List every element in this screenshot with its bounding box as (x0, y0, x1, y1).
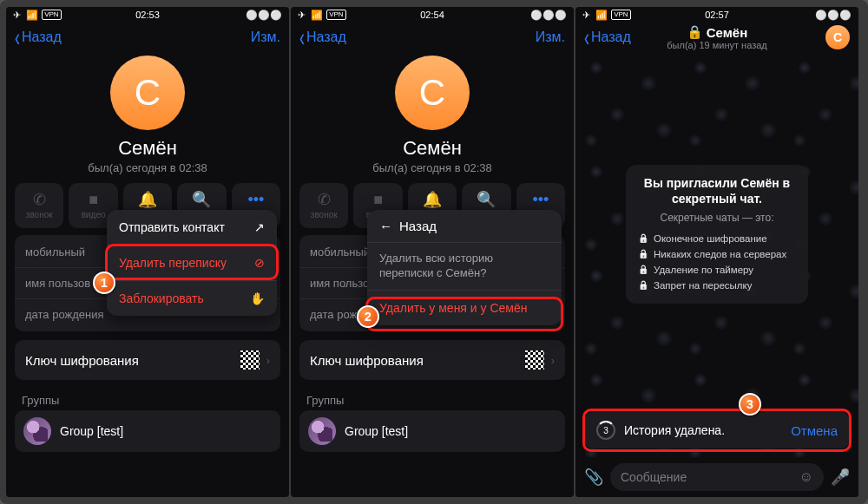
more-icon: ••• (247, 192, 264, 207)
secret-chat-card: Вы пригласили Семён в секретный чат. Сек… (626, 165, 808, 304)
delete-confirm-menu: ←Назад Удалить всю историю переписки с С… (367, 210, 562, 325)
block-item[interactable]: Заблокировать✋ (107, 281, 277, 316)
bell-icon: 🔔 (423, 192, 442, 207)
hand-icon: ✋ (250, 291, 265, 305)
confirm-question: Удалить всю историю переписки с Семён? (367, 243, 562, 291)
chevron-left-icon: ‹ (15, 25, 20, 50)
groups-title: Группы (6, 389, 289, 410)
message-input[interactable]: Сообщение ☺ (610, 463, 824, 491)
vpn-badge: VPN (611, 10, 630, 20)
encryption-key-label: Ключ шифрования (25, 353, 139, 368)
encryption-card[interactable]: Ключ шифрования› (299, 340, 565, 380)
qr-icon (240, 350, 260, 370)
toast-message: История удалена. (624, 423, 791, 437)
chevron-right-icon: › (266, 354, 270, 367)
delete-icon: ⊘ (254, 256, 265, 270)
feature-e2e: Оконечное шифрование (638, 231, 796, 246)
group-avatar (308, 417, 336, 445)
vpn-badge: VPN (42, 10, 61, 20)
screen-2: ✈ 📶 VPN 02:54 ⚪⚪⚪ ‹Назад Изм. C Семён бы… (291, 7, 574, 497)
more-icon: ••• (532, 192, 549, 207)
video-icon: ■ (89, 192, 98, 207)
feature-no-forward: Запрет на пересылку (638, 278, 796, 293)
popup-back[interactable]: ←Назад (367, 210, 562, 243)
avatar-small[interactable]: C (825, 25, 850, 49)
feature-no-trace: Никаких следов на серверах (638, 246, 796, 262)
undo-toast: 3 История удалена. Отмена (584, 412, 850, 448)
clock: 02:54 (420, 10, 444, 20)
last-seen: был(а) сегодня в 02:38 (6, 161, 289, 174)
profile-name: Семён (291, 137, 574, 160)
avatar[interactable]: C (110, 56, 185, 130)
avatar[interactable]: C (395, 56, 470, 130)
chat-last-seen: был(а) 19 минут назад (667, 40, 766, 50)
mic-icon[interactable]: 🎤 (831, 468, 850, 487)
input-bar: 📎 Сообщение ☺ 🎤 (575, 457, 858, 497)
step-badge-1: 1 (93, 272, 115, 294)
chevron-left-icon: ‹ (299, 25, 305, 50)
search-icon: 🔍 (192, 192, 211, 207)
video-icon: ■ (373, 192, 383, 207)
group-name: Group [test] (60, 424, 123, 438)
phone-icon: ✆ (318, 192, 331, 207)
secret-heading: Вы пригласили Семён в секретный чат. (638, 175, 796, 206)
call-button[interactable]: ✆звонок (15, 183, 63, 228)
chat-area[interactable]: Вы пригласили Семён в секретный чат. Сек… (575, 52, 858, 457)
sticker-icon[interactable]: ☺ (799, 469, 813, 485)
last-seen: был(а) сегодня в 02:38 (291, 161, 574, 174)
step-badge-3: 3 (739, 393, 761, 416)
chat-title[interactable]: Семён (707, 25, 747, 40)
group-item[interactable]: Group [test] (15, 410, 280, 452)
undo-button[interactable]: Отмена (791, 423, 838, 438)
nav-bar: ‹Назад Изм. (291, 23, 574, 52)
chevron-right-icon: › (551, 354, 555, 367)
group-item[interactable]: Group [test] (299, 410, 565, 452)
back-button[interactable]: ‹Назад (15, 29, 62, 45)
feature-timer: Удаление по таймеру (638, 262, 796, 278)
step-badge-2: 2 (357, 305, 379, 328)
screen-1: ✈ 📶 VPN 02:53 ⚪⚪⚪ ‹Назад Изм. C Семён бы… (6, 7, 289, 497)
chevron-left-icon: ‹ (584, 25, 589, 50)
nav-bar: ‹Назад 🔒Семён был(а) 19 минут назад C (575, 23, 858, 52)
phone-icon: ✆ (33, 192, 46, 207)
countdown-spinner: 3 (596, 421, 615, 440)
qr-icon (525, 350, 544, 370)
nav-bar: ‹Назад Изм. (6, 23, 289, 52)
search-icon: 🔍 (477, 192, 496, 207)
groups-title: Группы (291, 389, 574, 410)
status-bar: ✈ 📶 VPN 02:57 ⚪⚪⚪ (575, 7, 858, 23)
status-bar: ✈ 📶 VPN 02:54 ⚪⚪⚪ (291, 7, 574, 23)
encryption-card[interactable]: Ключ шифрования› (15, 340, 280, 380)
placeholder-text: Сообщение (621, 470, 687, 484)
lock-icon: 🔒 (687, 24, 703, 40)
delete-history-item[interactable]: Удалить переписку⊘ (107, 245, 277, 281)
secret-sub: Секретные чаты — это: (638, 212, 796, 224)
back-button[interactable]: ‹Назад (299, 29, 346, 45)
call-button[interactable]: ✆звонок (299, 183, 348, 228)
clock: 02:53 (135, 10, 160, 20)
status-bar: ✈ 📶 VPN 02:53 ⚪⚪⚪ (6, 7, 289, 23)
profile-name: Семён (6, 137, 289, 160)
vpn-badge: VPN (326, 10, 345, 20)
clock: 02:57 (705, 10, 729, 20)
context-menu: Отправить контакт↗ Удалить переписку⊘ За… (107, 210, 277, 316)
edit-button[interactable]: Изм. (536, 29, 565, 45)
encryption-key-label: Ключ шифрования (310, 353, 424, 368)
screen-3: ✈ 📶 VPN 02:57 ⚪⚪⚪ ‹Назад 🔒Семён был(а) 1… (575, 7, 858, 497)
back-button[interactable]: ‹Назад (584, 29, 631, 45)
attach-icon[interactable]: 📎 (584, 468, 603, 487)
delete-for-both-item[interactable]: Удалить у меня и у Семён (367, 291, 562, 325)
edit-button[interactable]: Изм. (251, 29, 280, 45)
group-name: Group [test] (345, 424, 408, 438)
group-avatar (23, 417, 51, 445)
send-contact-item[interactable]: Отправить контакт↗ (107, 210, 277, 245)
share-icon: ↗ (254, 220, 265, 234)
arrow-left-icon: ← (379, 219, 392, 233)
bell-icon: 🔔 (138, 192, 157, 207)
